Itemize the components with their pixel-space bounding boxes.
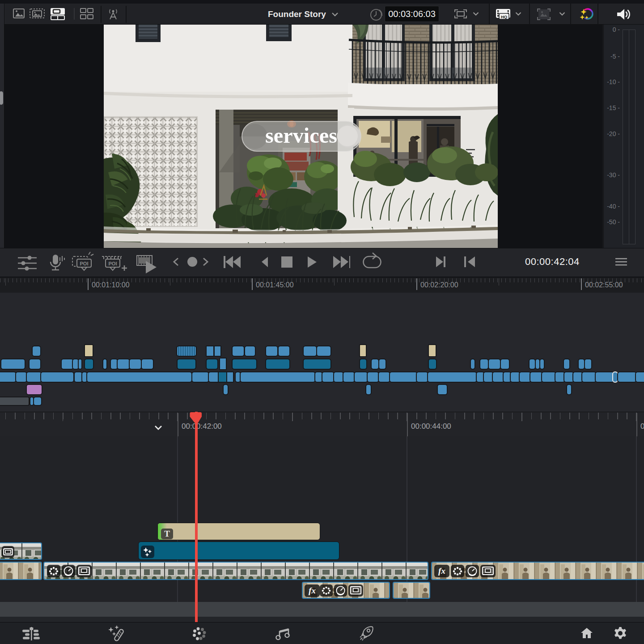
svg-text:POI: POI: [109, 261, 117, 266]
svg-text:HQ: HQ: [501, 14, 507, 19]
svg-text:POI: POI: [80, 261, 89, 266]
svg-text:services: services: [265, 124, 337, 147]
